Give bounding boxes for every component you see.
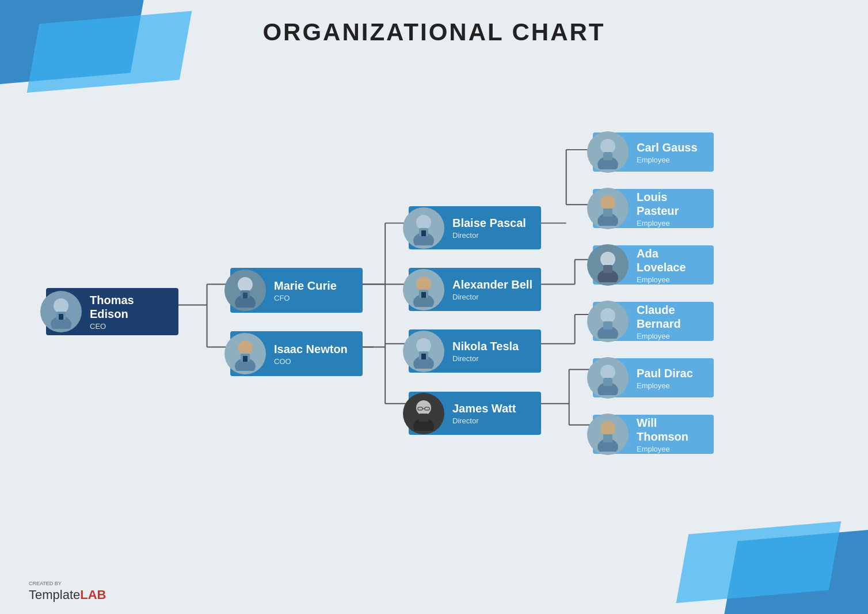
avatar-cfo [224, 270, 266, 311]
coo-role: COO [274, 357, 355, 366]
node-coo: Isaac Newton COO [230, 331, 363, 376]
avatar-ceo [40, 291, 82, 332]
avatar-lovelace [587, 244, 629, 286]
node-dirac: Paul Dirac Employee [593, 358, 714, 397]
footer-branding: CREATED BY TemplateLAB [29, 581, 106, 602]
coo-text: Isaac Newton COO [266, 338, 363, 370]
footer: CREATED BY TemplateLAB [29, 581, 106, 602]
node-watt: James Watt Director [409, 392, 541, 435]
svg-point-43 [416, 276, 431, 291]
svg-point-60 [600, 195, 615, 210]
svg-point-72 [600, 421, 615, 436]
thomson-role: Employee [637, 445, 706, 453]
svg-point-35 [238, 340, 253, 355]
cfo-name: Marie Curie [274, 279, 355, 293]
cfo-role: CFO [274, 294, 355, 302]
pascal-name: Blaise Pascal [452, 216, 533, 230]
svg-rect-42 [421, 230, 426, 236]
dirac-text: Paul Dirac Employee [629, 362, 714, 395]
svg-rect-53 [419, 414, 428, 422]
pasteur-role: Employee [637, 219, 706, 228]
svg-point-27 [54, 298, 68, 313]
node-gauss: Carl Gauss Employee [593, 132, 714, 172]
thomson-name: Will Thomson [637, 416, 706, 444]
ceo-role: CEO [90, 322, 170, 331]
lovelace-text: Ada Lovelace Employee [629, 242, 714, 289]
svg-rect-34 [243, 293, 248, 298]
svg-rect-59 [603, 152, 612, 160]
svg-point-31 [238, 277, 253, 292]
ceo-text: Thomas Edison CEO [82, 289, 178, 335]
coo-name: Isaac Newton [274, 342, 355, 356]
svg-point-47 [416, 338, 431, 353]
footer-template: Template [29, 588, 80, 602]
gauss-role: Employee [637, 156, 706, 164]
svg-rect-38 [243, 356, 248, 362]
avatar-bell [403, 269, 444, 310]
svg-rect-65 [603, 265, 612, 273]
footer-lab: LAB [80, 588, 106, 602]
node-ceo: Thomas Edison CEO [46, 288, 178, 335]
svg-point-66 [600, 308, 615, 323]
avatar-tesla [403, 331, 444, 372]
chart-area: Thomas Edison CEO Marie Curie CFO [17, 63, 851, 568]
gauss-text: Carl Gauss Employee [629, 136, 714, 169]
thomson-text: Will Thomson Employee [629, 411, 714, 458]
watt-name: James Watt [452, 401, 533, 415]
dirac-name: Paul Dirac [637, 366, 706, 380]
avatar-pasteur [587, 188, 629, 229]
node-pascal: Blaise Pascal Director [409, 206, 541, 249]
svg-point-69 [600, 365, 615, 380]
watt-role: Director [452, 416, 533, 425]
lovelace-role: Employee [637, 275, 706, 284]
bernard-name: Claude Bernard [637, 303, 706, 331]
svg-rect-46 [421, 292, 426, 298]
avatar-gauss [587, 131, 629, 173]
avatar-watt [403, 393, 444, 434]
node-bell: Alexander Bell Director [409, 268, 541, 311]
tesla-name: Nikola Tesla [452, 339, 533, 353]
node-lovelace: Ada Lovelace Employee [593, 245, 714, 285]
cfo-text: Marie Curie CFO [266, 274, 363, 307]
svg-rect-71 [603, 378, 612, 386]
svg-rect-74 [603, 434, 612, 442]
page-title: ORGANIZATIONAL CHART [0, 18, 868, 46]
lovelace-name: Ada Lovelace [637, 247, 706, 274]
svg-point-39 [416, 215, 431, 230]
pasteur-name: Louis Pasteur [637, 190, 706, 218]
node-tesla: Nikola Tesla Director [409, 329, 541, 373]
svg-rect-62 [603, 209, 612, 217]
pascal-role: Director [452, 231, 533, 240]
bell-name: Alexander Bell [452, 278, 533, 291]
watt-text: James Watt Director [444, 397, 541, 430]
bernard-role: Employee [637, 332, 706, 340]
tesla-role: Director [452, 354, 533, 363]
avatar-dirac [587, 357, 629, 399]
svg-rect-30 [59, 314, 63, 320]
svg-rect-68 [603, 321, 612, 329]
avatar-thomson [587, 414, 629, 455]
avatar-bernard [587, 301, 629, 342]
footer-created-by: CREATED BY [29, 581, 106, 586]
svg-point-57 [600, 139, 615, 154]
pasteur-text: Louis Pasteur Employee [629, 185, 714, 232]
node-thomson: Will Thomson Employee [593, 415, 714, 454]
svg-point-63 [600, 252, 615, 267]
bernard-text: Claude Bernard Employee [629, 298, 714, 345]
tesla-text: Nikola Tesla Director [444, 335, 541, 367]
bell-text: Alexander Bell Director [444, 273, 541, 306]
pascal-text: Blaise Pascal Director [444, 211, 541, 244]
node-pasteur: Louis Pasteur Employee [593, 189, 714, 228]
node-bernard: Claude Bernard Employee [593, 302, 714, 341]
avatar-coo [224, 333, 266, 374]
gauss-name: Carl Gauss [637, 141, 706, 154]
node-cfo: Marie Curie CFO [230, 268, 363, 313]
bell-role: Director [452, 293, 533, 301]
svg-rect-50 [421, 354, 426, 359]
ceo-name: Thomas Edison [90, 293, 170, 321]
dirac-role: Employee [637, 381, 706, 390]
avatar-pascal [403, 207, 444, 249]
